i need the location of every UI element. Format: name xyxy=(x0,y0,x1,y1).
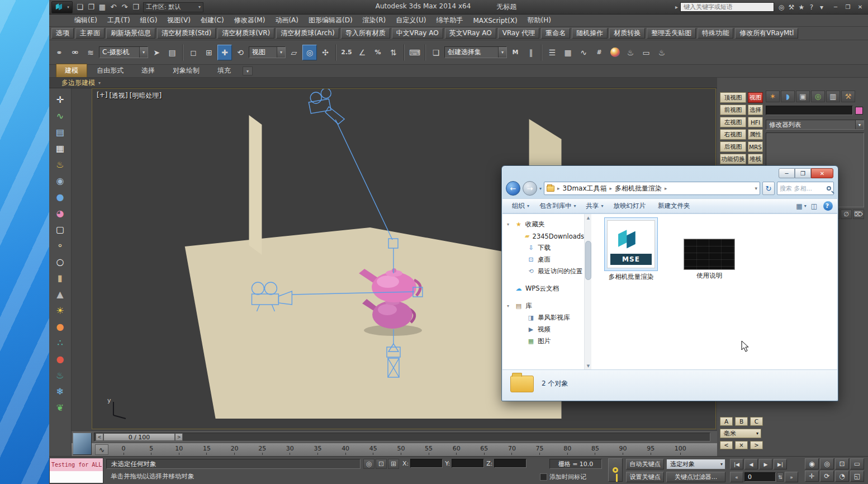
absolute-mode-icon[interactable]: ⊞ xyxy=(388,459,399,469)
ribbon-collapse-icon[interactable]: ▾ xyxy=(243,67,253,75)
abc-button[interactable]: A xyxy=(720,417,733,426)
project-folder-icon[interactable]: ❒ xyxy=(130,2,141,13)
object-color-swatch[interactable] xyxy=(855,107,863,115)
object-name-input[interactable] xyxy=(766,106,853,115)
pan-icon[interactable]: ✛ xyxy=(805,471,819,482)
script-button[interactable]: 主界面 xyxy=(75,28,105,39)
explorer-search-input[interactable] xyxy=(780,185,825,192)
ribbon-tab-modeling[interactable]: 建模 xyxy=(56,64,87,77)
toolbar-icon[interactable] xyxy=(335,44,336,61)
menu-item[interactable]: 修改器(M) xyxy=(229,15,271,26)
sphere-red-icon[interactable]: ● xyxy=(52,351,69,367)
time-slider-track[interactable]: < 0 / 100 > xyxy=(94,433,710,442)
frame-spinner-icon[interactable]: ⇅ xyxy=(777,472,784,482)
script-button[interactable]: 刷新场景信息 xyxy=(106,28,155,39)
coordinate-input[interactable] xyxy=(410,459,443,468)
pot-icon[interactable]: ♨ xyxy=(52,367,69,383)
named-sets-dropdown[interactable]: 创建选择集 ▾ xyxy=(444,46,507,58)
slideshow-button[interactable]: 放映幻灯片 xyxy=(609,202,653,210)
address-bar[interactable]: ▸ 3Dmax工具箱 ▸ 多相机批量渲染 ▸ ▾ xyxy=(544,182,760,195)
explorer-minimize-button[interactable]: ─ xyxy=(779,168,795,178)
ribbon-tab-selection[interactable]: 选择 xyxy=(133,64,163,77)
help-icon[interactable]: ? xyxy=(823,201,833,211)
sidebar-wps-cloud[interactable]: ☁ WPS云文档 xyxy=(502,283,584,295)
sphere-orange-icon[interactable]: ● xyxy=(52,319,69,335)
menu-item[interactable]: 视图(V) xyxy=(162,15,196,26)
toolbar-icon[interactable] xyxy=(404,44,405,61)
unlink-icon[interactable]: ⚮ xyxy=(68,45,82,60)
file-item-mse[interactable]: MSE 多相机批量渲染 xyxy=(600,217,662,281)
sidebar-downloads[interactable]: ⇩ 下载 xyxy=(502,242,584,254)
sidebar-favorites[interactable]: ▾ ★ 收藏夹 xyxy=(502,219,584,230)
go-to-end-icon[interactable]: ▶| xyxy=(774,459,787,469)
move-tool-icon[interactable]: ✚ xyxy=(217,45,232,60)
camera-icon[interactable]: ◉ xyxy=(52,173,69,189)
mode-button-select[interactable]: 选择 xyxy=(748,105,763,115)
configure-modifier-sets-icon[interactable]: ⌦ xyxy=(853,210,864,219)
scrollbar-thumb[interactable] xyxy=(585,241,591,280)
next-key-icon[interactable]: » xyxy=(785,472,798,482)
go-to-start-icon[interactable]: |◀ xyxy=(730,459,743,469)
community-icon[interactable]: ⚒ xyxy=(786,2,796,12)
close-button[interactable]: ✕ xyxy=(855,2,866,12)
file-name[interactable]: 使用说明 xyxy=(679,272,740,280)
keyboard-override-icon[interactable]: ⌨ xyxy=(407,45,422,60)
set-key-button[interactable]: 设置关键点 xyxy=(626,472,664,482)
script-button[interactable]: VRay 代理 xyxy=(498,28,540,39)
script-button[interactable]: 材质转换 xyxy=(609,28,645,39)
script-button[interactable]: 重命名 xyxy=(541,28,570,39)
explorer-close-button[interactable]: ✕ xyxy=(811,168,833,178)
crossing-toggle-icon[interactable]: ⊞ xyxy=(202,45,216,60)
script-button[interactable]: 选项 xyxy=(51,28,74,39)
hierarchy-tab-icon[interactable]: ▣ xyxy=(796,91,810,102)
select-manipulate-icon[interactable]: ✣ xyxy=(318,45,333,60)
abc-button[interactable]: C xyxy=(750,417,763,426)
schematic-view-icon[interactable]: # xyxy=(592,45,606,60)
sidebar-2345downloads[interactable]: ▰ 2345Downloads xyxy=(502,230,584,242)
coordinate-input[interactable] xyxy=(494,459,527,468)
key-selection-set-dropdown[interactable]: 选定对象 ▾ xyxy=(666,459,725,469)
script-button[interactable]: 清空材质球(Arch) xyxy=(276,28,339,39)
script-button[interactable]: 清空材质球(VR) xyxy=(217,28,274,39)
save-file-icon[interactable]: ▦ xyxy=(97,2,108,13)
mini-curve-editor-icon[interactable]: ∿ xyxy=(95,444,108,455)
zoom-region-icon[interactable]: ▭ xyxy=(850,458,864,469)
script-button[interactable]: 修改所有VRayMtl xyxy=(735,28,798,39)
infocenter-search-input[interactable] xyxy=(680,2,774,12)
organize-menu[interactable]: 组织 ▾ xyxy=(507,202,534,210)
address-dropdown-icon[interactable]: ▾ xyxy=(755,186,757,191)
time-slider-next-icon[interactable]: > xyxy=(175,433,183,441)
pan-hand-icon[interactable]: ✛ xyxy=(52,92,69,108)
track-bar[interactable]: ∿ 05101520253035404550556065707580859095… xyxy=(72,443,717,456)
bind-spacewarp-icon[interactable]: ≋ xyxy=(83,45,98,60)
maximize-viewport-icon[interactable]: ◱ xyxy=(850,471,864,482)
menu-item[interactable]: 工具(T) xyxy=(102,15,135,26)
sphere-blue-icon[interactable]: ● xyxy=(52,189,69,205)
align-icon[interactable]: ∥ xyxy=(524,45,538,60)
grid-icon[interactable]: ▦ xyxy=(52,140,69,156)
unit-dropdown[interactable]: 毫米 ▾ xyxy=(720,429,761,438)
search-box[interactable] xyxy=(777,182,834,195)
application-menu-button[interactable]: ▾ xyxy=(51,1,73,13)
material-editor-icon[interactable] xyxy=(608,45,622,60)
viewport-label-segment[interactable]: [+] xyxy=(97,91,107,101)
select-by-name-icon[interactable]: ▤ xyxy=(165,45,179,60)
previous-frame-icon[interactable]: ◀ xyxy=(744,459,758,469)
script-button[interactable]: 整理丢失贴图 xyxy=(647,28,696,39)
mode-button-stack[interactable]: 堆栈 xyxy=(748,154,763,164)
select-object-icon[interactable]: ➤ xyxy=(149,45,164,60)
mode-button-view[interactable]: 视图 xyxy=(748,92,763,103)
refresh-icon[interactable]: ↻ xyxy=(762,182,775,195)
script-button[interactable]: 随机操作 xyxy=(572,28,608,39)
render-setup-icon[interactable]: ♨ xyxy=(623,45,638,60)
menu-item[interactable]: 图形编辑器(D) xyxy=(303,15,358,26)
favorites-icon[interactable]: ★ xyxy=(796,2,807,12)
preview-pane-icon[interactable]: ◫ xyxy=(811,202,819,210)
spinner-snap-icon[interactable]: ⇅ xyxy=(386,45,401,60)
maximize-button[interactable]: ❐ xyxy=(842,2,853,12)
rect-region-icon[interactable]: ◻ xyxy=(186,45,201,60)
mode-button-mrs[interactable]: MRS xyxy=(748,141,763,152)
mode-button-properties[interactable]: 属性 xyxy=(748,129,763,140)
selection-lock-icon[interactable]: ⊡ xyxy=(376,459,387,469)
infocenter-expand-icon[interactable]: ▸ xyxy=(675,4,678,10)
